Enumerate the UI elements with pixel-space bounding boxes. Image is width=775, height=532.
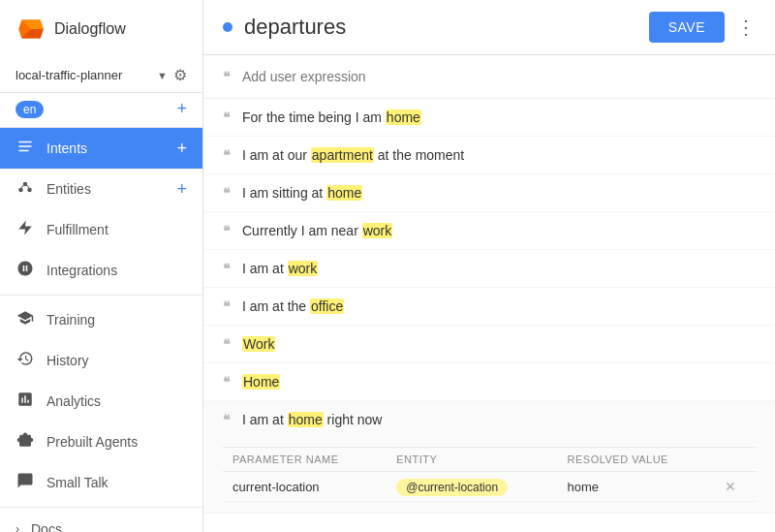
phrase-content: ❝ I am sitting at home — [223, 185, 756, 201]
intent-header: departures SAVE ⋮ — [203, 0, 775, 55]
phrase-content: ❝ For the time being I am home — [223, 110, 756, 125]
entity-highlight: apartment — [311, 147, 374, 163]
sidebar-item-prebuilt[interactable]: Prebuilt Agents — [0, 422, 202, 462]
sidebar-item-fulfillment-label: Fulfillment — [46, 222, 108, 237]
svg-line-9 — [21, 186, 23, 188]
settings-icon[interactable]: ⚙ — [173, 66, 187, 84]
entity-highlight: work — [362, 223, 393, 238]
phrase-content: ❝ Work — [223, 336, 756, 352]
sidebar-item-docs-label: Docs — [31, 521, 62, 532]
svg-point-7 — [18, 188, 23, 193]
phrase-content: ❝ I am at the office — [223, 298, 756, 314]
add-intent-button[interactable]: + — [176, 139, 187, 159]
quote-icon: ❝ — [223, 69, 231, 84]
sidebar-item-integrations-label: Integrations — [46, 263, 117, 278]
phrase-row: ❝ I am at work — [203, 250, 775, 288]
add-expression-row: ❝ — [203, 55, 775, 99]
phrase-text: I am at our apartment at the moment — [242, 147, 756, 163]
quote-icon: ❝ — [223, 261, 231, 276]
add-expression-input[interactable] — [242, 69, 756, 84]
add-language-button[interactable]: + — [176, 99, 187, 119]
phrase-content: ❝ Home — [223, 374, 756, 390]
intent-title: departures — [244, 15, 637, 40]
agent-selector[interactable]: local-traffic-planner ▼ ⚙ — [0, 58, 202, 93]
phrase-content: ❝ I am at our apartment at the moment — [223, 147, 756, 163]
sidebar-item-intents[interactable]: Intents + — [0, 128, 202, 169]
phrases-area: ❝ ❝ For the time being I am home ❝ I am … — [203, 55, 775, 532]
delete-param-button[interactable]: ✕ — [725, 479, 736, 494]
app-title: Dialogflow — [54, 20, 126, 38]
quote-icon: ❝ — [223, 110, 231, 125]
svg-point-6 — [23, 182, 28, 187]
quote-icon: ❝ — [223, 336, 231, 352]
sidebar-nav: Intents + Entities + Fulfillment Integra… — [0, 128, 202, 532]
param-row: current-location @current-location home … — [223, 472, 756, 502]
entity-highlight: Work — [242, 336, 275, 352]
language-badge[interactable]: en — [16, 101, 44, 118]
param-delete-header — [715, 448, 756, 472]
nav-divider — [0, 295, 202, 296]
sidebar-item-prebuilt-label: Prebuilt Agents — [46, 434, 138, 450]
analytics-icon — [16, 391, 35, 412]
sidebar-item-history[interactable]: History — [0, 340, 202, 381]
agent-dropdown-icon[interactable]: ▼ — [157, 70, 168, 81]
language-row: en + — [0, 93, 202, 128]
sidebar-item-entities[interactable]: Entities + — [0, 169, 202, 209]
entity-highlight: work — [288, 261, 319, 276]
phrase-text: Home — [242, 374, 756, 390]
smalltalk-icon — [16, 472, 35, 493]
svg-rect-3 — [18, 141, 32, 143]
history-icon — [16, 350, 35, 371]
sidebar-item-training[interactable]: Training — [0, 299, 202, 340]
phrase-text: For the time being I am home — [242, 110, 756, 125]
phrase-text: I am at home right now — [242, 412, 756, 427]
sidebar-item-fulfillment[interactable]: Fulfillment — [0, 209, 202, 250]
phrase-text: I am at the office — [242, 298, 756, 314]
quote-icon: ❝ — [223, 185, 231, 201]
sidebar-item-analytics-label: Analytics — [46, 393, 101, 409]
svg-rect-5 — [18, 150, 29, 152]
agent-name: local-traffic-planner — [16, 68, 151, 82]
svg-point-8 — [27, 188, 32, 193]
param-entity-header: ENTITY — [387, 448, 557, 472]
phrase-row: ❝ Currently I am near work — [203, 212, 775, 250]
svg-rect-4 — [18, 145, 32, 147]
phrase-row: ❝ I am sitting at home — [203, 174, 775, 212]
entity-highlight: home — [326, 185, 362, 201]
svg-line-10 — [27, 186, 29, 188]
sidebar-item-training-label: Training — [46, 312, 95, 328]
entity-highlight: home — [386, 110, 421, 125]
entity-highlight: office — [310, 298, 344, 314]
phrase-content: ❝ Currently I am near work — [223, 223, 756, 238]
parameter-table: PARAMETER NAME ENTITY RESOLVED VALUE cur… — [223, 447, 756, 502]
phrase-row: ❝ I am at our apartment at the moment — [203, 137, 775, 174]
nav-divider-2 — [0, 507, 202, 508]
phrase-row: ❝ Work — [203, 326, 775, 363]
phrase-row-expanded: ❝ I am at home right now PARAMETER NAME … — [203, 401, 775, 514]
save-button[interactable]: SAVE — [649, 12, 725, 43]
more-options-icon[interactable]: ⋮ — [736, 16, 756, 39]
phrase-text: I am sitting at home — [242, 185, 756, 201]
dialogflow-logo-icon — [16, 14, 46, 45]
sidebar-item-smalltalk[interactable]: Small Talk — [0, 462, 202, 503]
sidebar-item-integrations[interactable]: Integrations — [0, 250, 202, 291]
phrase-text: I am at work — [242, 261, 756, 276]
sidebar-item-docs[interactable]: › Docs — [0, 512, 202, 532]
sidebar-item-smalltalk-label: Small Talk — [46, 475, 108, 490]
intent-status-dot — [223, 22, 232, 32]
quote-icon: ❝ — [223, 412, 231, 427]
entities-icon — [16, 178, 35, 200]
entity-highlight: home — [288, 412, 324, 427]
sidebar-item-analytics[interactable]: Analytics — [0, 381, 202, 422]
sidebar-item-intents-label: Intents — [46, 141, 87, 156]
phrase-text: Work — [242, 336, 756, 352]
param-name-header: PARAMETER NAME — [223, 448, 387, 472]
phrase-row: ❝ I am at the office — [203, 288, 775, 326]
entity-chip[interactable]: @current-location — [396, 479, 508, 496]
phrase-row: ❝ Home — [203, 363, 775, 401]
add-entity-button[interactable]: + — [176, 179, 187, 200]
quote-icon: ❝ — [223, 223, 231, 238]
phrase-content: ❝ I am at work — [223, 261, 756, 276]
sidebar: Dialogflow local-traffic-planner ▼ ⚙ en … — [0, 0, 203, 532]
fulfillment-icon — [16, 219, 35, 240]
